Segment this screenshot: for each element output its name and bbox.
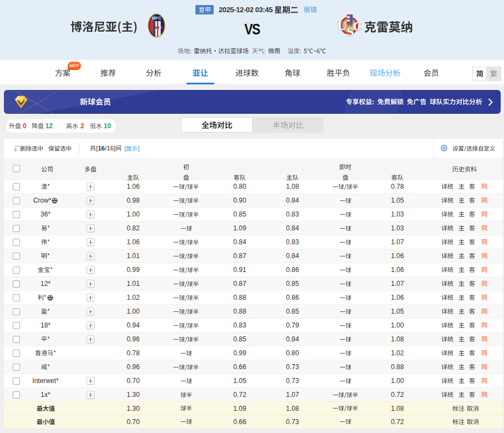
svg-text:C: C	[352, 19, 362, 33]
svg-text:S: S	[346, 24, 354, 38]
svg-text:U: U	[337, 18, 347, 33]
svg-text:BFC: BFC	[152, 16, 162, 21]
